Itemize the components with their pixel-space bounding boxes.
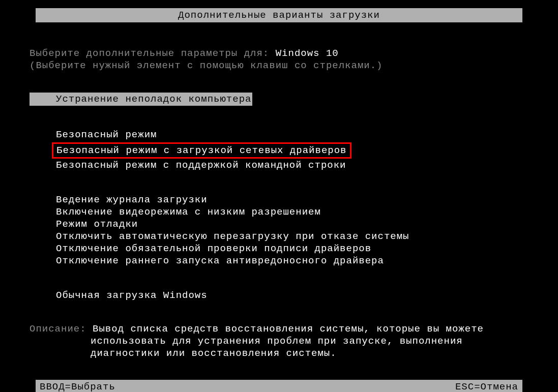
description-text-3: диагностики или восстановления системы. <box>30 348 528 359</box>
footer-enter-hint: ВВОД=Выбрать <box>40 381 115 392</box>
menu-group-safe-mode: Безопасный режим Безопасный режим с загр… <box>30 129 528 171</box>
menu-item-safe-mode[interactable]: Безопасный режим <box>56 129 528 140</box>
menu-item-disable-driver-sig[interactable]: Отключение обязательной проверки подписи… <box>56 243 528 254</box>
os-name: Windows 10 <box>276 48 339 59</box>
main-content: Выберите дополнительные параметры для: W… <box>0 48 558 359</box>
description-text-1: Вывод списка средств восстановления сист… <box>93 323 484 335</box>
description-text-2: использовать для устранения проблем при … <box>30 336 528 347</box>
menu-item-disable-auto-restart[interactable]: Отключить автоматическую перезагрузку пр… <box>56 231 528 242</box>
menu-item-boot-logging[interactable]: Ведение журнала загрузки <box>56 194 528 205</box>
menu-item-low-res-video[interactable]: Включение видеорежима с низким разрешени… <box>56 206 528 218</box>
prompt-prefix: Выберите дополнительные параметры для: <box>30 48 276 59</box>
footer-bar: ВВОД=Выбрать ESC=Отмена <box>36 380 522 392</box>
menu-item-repair[interactable]: Устранение неполадок компьютера <box>30 93 252 106</box>
prompt-line-1: Выберите дополнительные параметры для: W… <box>30 48 528 59</box>
menu-item-normal-boot[interactable]: Обычная загрузка Windows <box>56 290 528 301</box>
menu-item-disable-antimalware[interactable]: Отключение раннего запуска антивредоносн… <box>56 255 528 266</box>
menu-item-safe-mode-networking[interactable]: Безопасный режим с загрузкой сетевых дра… <box>52 142 351 159</box>
menu-item-debug-mode[interactable]: Режим отладки <box>56 219 528 230</box>
header-title: Дополнительные варианты загрузки <box>178 10 380 21</box>
description-block: Описание: Вывод списка средств восстанов… <box>30 323 528 359</box>
description-label: Описание: <box>30 323 93 335</box>
menu-group-advanced: Ведение журнала загрузки Включение видео… <box>30 194 528 266</box>
description-line-1: Описание: Вывод списка средств восстанов… <box>30 323 528 335</box>
menu-item-safe-mode-cmd[interactable]: Безопасный режим с поддержкой командной … <box>56 160 528 171</box>
prompt-line-2: (Выберите нужный элемент с помощью клави… <box>30 60 528 71</box>
menu-item-repair-label: Устранение неполадок компьютера <box>30 94 252 105</box>
header-title-bar: Дополнительные варианты загрузки <box>36 8 522 22</box>
footer-esc-hint: ESC=Отмена <box>455 381 518 392</box>
menu-group-normal: Обычная загрузка Windows <box>30 290 528 301</box>
